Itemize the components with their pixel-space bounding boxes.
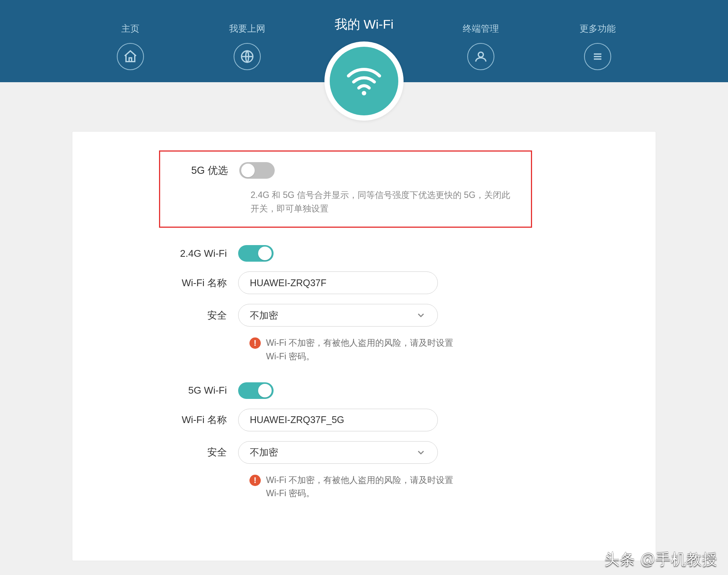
select-24g-security-value: 不加密 <box>250 309 278 322</box>
label-24g-name: Wi-Fi 名称 <box>102 276 238 290</box>
label-5g-name: Wi-Fi 名称 <box>102 413 238 426</box>
warning-5g-text: Wi-Fi 不加密，有被他人盗用的风险，请及时设置 Wi-Fi 密码。 <box>266 474 460 500</box>
svg-point-5 <box>362 91 366 95</box>
toggle-5g-pref[interactable] <box>239 162 275 179</box>
user-icon <box>467 43 494 70</box>
page-title: 我的 Wi-Fi <box>335 16 394 33</box>
nav-internet-label: 我要上网 <box>229 23 265 35</box>
nav-more[interactable]: 更多功能 <box>575 23 620 70</box>
globe-icon <box>234 43 261 70</box>
nav-home[interactable]: 主页 <box>108 23 153 70</box>
warning-24g: ! Wi-Fi 不加密，有被他人盗用的风险，请及时设置 Wi-Fi 密码。 <box>249 336 460 363</box>
nav-more-label: 更多功能 <box>580 23 616 35</box>
warning-24g-text: Wi-Fi 不加密，有被他人盗用的风险，请及时设置 Wi-Fi 密码。 <box>266 336 460 363</box>
chevron-down-icon <box>416 310 426 320</box>
top-nav-bar: 我的 Wi-Fi 主页 我要上网 . 终端管理 更多功能 <box>0 0 728 82</box>
input-5g-name[interactable] <box>238 409 438 431</box>
settings-panel: 5G 优选 2.4G 和 5G 信号合并显示，同等信号强度下优选更快的 5G，关… <box>72 131 656 561</box>
nav-devices-label: 终端管理 <box>463 23 499 35</box>
label-24g-wifi: 2.4G Wi-Fi <box>102 248 238 259</box>
input-24g-name[interactable] <box>238 271 438 294</box>
menu-icon <box>584 43 611 70</box>
label-5g-security: 安全 <box>102 446 238 459</box>
select-24g-security[interactable]: 不加密 <box>238 304 438 327</box>
select-5g-security-value: 不加密 <box>250 446 278 458</box>
label-24g-security: 安全 <box>102 309 238 322</box>
nav-home-label: 主页 <box>121 23 139 35</box>
warning-icon: ! <box>249 475 261 486</box>
desc-5g-pref: 2.4G 和 5G 信号合并显示，同等信号强度下优选更快的 5G，关闭此开关，即… <box>251 189 514 215</box>
nav-wifi-active[interactable] <box>324 41 404 121</box>
toggle-24g-wifi[interactable] <box>238 245 274 262</box>
watermark: 头条 @手机教授 <box>604 549 717 570</box>
nav-devices[interactable]: 终端管理 <box>458 23 503 70</box>
wifi-icon <box>330 47 398 115</box>
nav-internet[interactable]: 我要上网 <box>225 23 270 70</box>
warning-5g: ! Wi-Fi 不加密，有被他人盗用的风险，请及时设置 Wi-Fi 密码。 <box>249 474 460 500</box>
warning-icon: ! <box>249 337 261 349</box>
svg-point-1 <box>478 52 483 57</box>
highlight-5g-preference: 5G 优选 2.4G 和 5G 信号合并显示，同等信号强度下优选更快的 5G，关… <box>159 150 532 228</box>
toggle-5g-wifi[interactable] <box>238 382 274 399</box>
chevron-down-icon <box>416 447 426 458</box>
select-5g-security[interactable]: 不加密 <box>238 441 438 464</box>
label-5g-pref: 5G 优选 <box>175 164 239 177</box>
label-5g-wifi: 5G Wi-Fi <box>102 385 238 396</box>
home-icon <box>117 43 144 70</box>
